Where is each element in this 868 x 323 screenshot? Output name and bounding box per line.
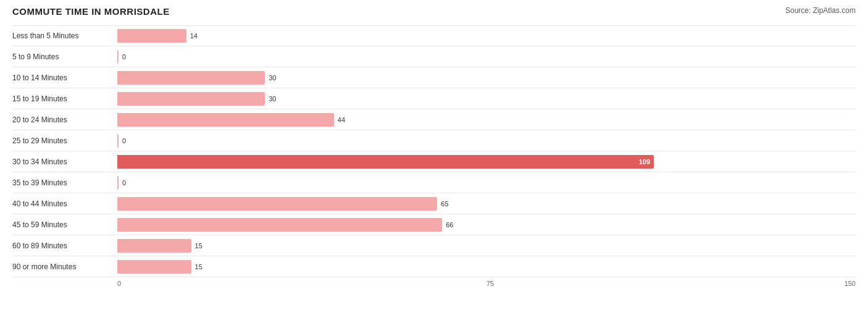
bar-label: 20 to 24 Minutes <box>12 115 117 124</box>
bar-container: 65 <box>117 193 856 214</box>
bar-fill <box>117 92 265 106</box>
bar-container: 0 <box>117 46 856 67</box>
bar-container: 109 <box>117 151 856 172</box>
bar-label: 35 to 39 Minutes <box>12 178 117 187</box>
bar-value-label: 65 <box>441 200 448 208</box>
bar-label: Less than 5 Minutes <box>12 31 117 40</box>
bar-label: 15 to 19 Minutes <box>12 94 117 103</box>
bar-container: 0 <box>117 172 856 193</box>
bar-container: 30 <box>117 67 856 88</box>
bar-container: 15 <box>117 256 856 277</box>
bar-label: 40 to 44 Minutes <box>12 199 117 208</box>
bar-label: 25 to 29 Minutes <box>12 136 117 145</box>
bar-label: 30 to 34 Minutes <box>12 157 117 166</box>
bar-value-inside: 109 <box>639 158 650 166</box>
bar-fill <box>117 29 186 43</box>
bar-fill: 109 <box>117 155 654 169</box>
bar-row: 40 to 44 Minutes65 <box>12 193 856 214</box>
bar-value-label: 15 <box>195 263 202 271</box>
bar-fill <box>117 218 442 232</box>
bar-row: Less than 5 Minutes14 <box>12 25 856 46</box>
x-axis: 075150 <box>12 280 856 287</box>
bar-value-label: 15 <box>195 242 202 250</box>
bar-fill <box>117 50 119 64</box>
bar-value-label: 0 <box>122 53 126 61</box>
bar-value-label: 66 <box>446 221 453 229</box>
bar-value-label: 0 <box>122 137 126 145</box>
bar-value-label: 30 <box>269 95 276 103</box>
bars-container: Less than 5 Minutes145 to 9 Minutes010 t… <box>12 25 856 277</box>
bar-container: 44 <box>117 109 856 130</box>
source-label: Source: ZipAtlas.com <box>785 6 856 15</box>
bar-container: 66 <box>117 214 856 235</box>
bar-fill <box>117 113 334 127</box>
bar-container: 14 <box>117 25 856 46</box>
bar-row: 15 to 19 Minutes30 <box>12 88 856 109</box>
bar-value-label: 30 <box>269 74 276 82</box>
x-axis-label: 75 <box>486 280 494 287</box>
x-axis-label: 150 <box>845 280 856 287</box>
bar-fill <box>117 134 119 148</box>
bar-label: 90 or more Minutes <box>12 262 117 271</box>
bar-label: 10 to 14 Minutes <box>12 73 117 82</box>
bar-value-label: 44 <box>338 116 345 124</box>
chart-area: Less than 5 Minutes145 to 9 Minutes010 t… <box>12 25 856 287</box>
bar-container: 30 <box>117 88 856 109</box>
bar-fill <box>117 260 191 274</box>
bar-row: 5 to 9 Minutes0 <box>12 46 856 67</box>
bar-row: 35 to 39 Minutes0 <box>12 172 856 193</box>
bar-row: 60 to 89 Minutes15 <box>12 235 856 256</box>
bar-row: 10 to 14 Minutes30 <box>12 67 856 88</box>
bar-label: 60 to 89 Minutes <box>12 241 117 250</box>
chart-title: COMMUTE TIME IN MORRISDALE <box>12 6 170 17</box>
bar-label: 45 to 59 Minutes <box>12 220 117 229</box>
bar-fill <box>117 239 191 253</box>
bar-fill <box>117 197 437 211</box>
bar-label: 5 to 9 Minutes <box>12 52 117 61</box>
bar-row: 90 or more Minutes15 <box>12 256 856 277</box>
bar-row: 25 to 29 Minutes0 <box>12 130 856 151</box>
bar-row: 20 to 24 Minutes44 <box>12 109 856 130</box>
bar-fill <box>117 71 265 85</box>
bar-value-label: 0 <box>122 179 126 187</box>
bar-value-label: 14 <box>190 32 198 40</box>
bar-container: 0 <box>117 130 856 151</box>
bar-fill <box>117 176 119 190</box>
bar-row: 45 to 59 Minutes66 <box>12 214 856 235</box>
x-axis-label: 0 <box>117 280 121 287</box>
bar-row: 30 to 34 Minutes109 <box>12 151 856 172</box>
bar-container: 15 <box>117 235 856 256</box>
